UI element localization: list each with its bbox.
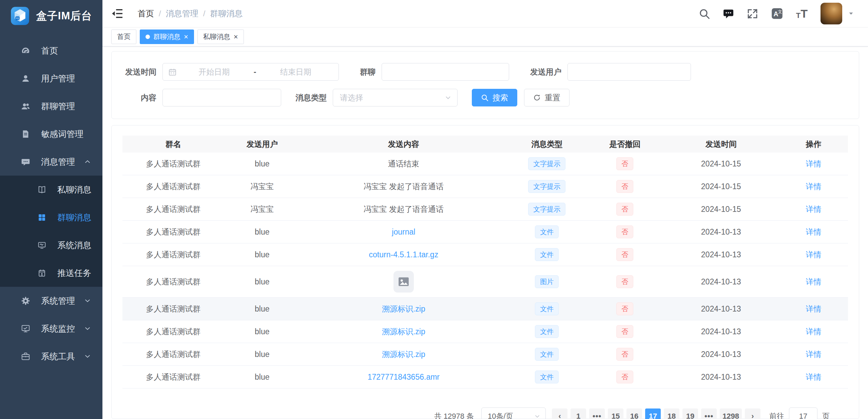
breadcrumb-item[interactable]: 首页 <box>138 8 154 19</box>
content-image-thumbnail[interactable] <box>393 271 414 293</box>
fullscreen-icon[interactable] <box>747 8 758 19</box>
start-date-input[interactable] <box>177 67 252 77</box>
page-button[interactable]: ‹ <box>552 408 567 419</box>
sidebar-menu-item[interactable]: 群聊管理 <box>0 92 102 120</box>
sidebar-menu-item[interactable]: 消息管理 <box>0 148 102 176</box>
sidebar-menu-item[interactable]: 私聊消息 <box>0 176 102 203</box>
menu-item-icon <box>21 352 30 361</box>
tag-tab[interactable]: 首页 <box>111 29 136 44</box>
cell-recalled: 否 <box>587 343 663 366</box>
page-button[interactable]: 1 <box>571 408 586 419</box>
tag-tab[interactable]: 私聊消息 × <box>197 29 244 44</box>
font-size-icon[interactable]: TT <box>796 8 808 19</box>
message-type-badge: 文件 <box>535 371 559 383</box>
search-button[interactable]: 搜索 <box>472 89 517 106</box>
detail-link[interactable]: 详情 <box>806 277 821 286</box>
active-dot <box>146 35 150 39</box>
sidebar-menu: 首页 用户管理 群聊管理 <box>0 37 102 370</box>
menu-item-label: 用户管理 <box>41 73 91 84</box>
breadcrumb-item[interactable]: 群聊消息 <box>210 8 243 19</box>
logo-icon <box>11 6 30 25</box>
detail-link[interactable]: 详情 <box>806 227 821 236</box>
content-text: 冯宝宝 发起了语音通话 <box>364 182 444 191</box>
table-row: 多人通话测试群 冯宝宝 冯宝宝 发起了语音通话 文字提示 <box>122 175 848 198</box>
tab-close-icon[interactable]: × <box>234 33 238 41</box>
sidebar-menu-item[interactable]: 系统管理 <box>0 287 102 315</box>
page-button[interactable]: › <box>745 408 760 419</box>
sidebar-menu-item[interactable]: 系统监控 <box>0 315 102 342</box>
table-row: 多人通话测试群 blue 通话结束 文字提示 <box>122 153 848 175</box>
sidebar-menu-item[interactable]: 系统工具 <box>0 342 102 370</box>
content-file-link[interactable]: 1727771843656.amr <box>368 373 440 381</box>
recalled-badge: 否 <box>616 157 633 170</box>
recalled-badge: 否 <box>616 275 633 288</box>
content-input[interactable] <box>162 89 281 106</box>
cell-group-name: 多人通话测试群 <box>122 266 224 298</box>
message-type-badge: 文字提示 <box>528 203 565 216</box>
reset-button[interactable]: 重置 <box>524 89 570 106</box>
page-button[interactable]: 15 <box>608 408 623 419</box>
cell-recalled: 否 <box>587 243 663 266</box>
page-button[interactable]: ••• <box>701 408 717 419</box>
page-button[interactable]: 18 <box>664 408 679 419</box>
avatar[interactable] <box>821 3 842 24</box>
user-menu[interactable] <box>821 3 854 24</box>
cell-group-name: 多人通话测试群 <box>122 366 224 388</box>
sidebar-menu-item[interactable]: 系统消息 <box>0 231 102 259</box>
table-header-cell: 消息类型 <box>507 136 587 153</box>
detail-link[interactable]: 详情 <box>806 205 821 214</box>
page-button[interactable]: ••• <box>589 408 605 419</box>
page-button[interactable]: 1298 <box>720 408 742 419</box>
content-file-link[interactable]: journal <box>392 227 415 236</box>
content-file-link[interactable]: 溯源标识.zip <box>382 304 425 313</box>
tag-tab[interactable]: 群聊消息 × <box>140 29 194 44</box>
breadcrumb-separator: / <box>203 9 206 18</box>
sidebar-menu-item[interactable]: 首页 <box>0 37 102 64</box>
cell-send-date: 2024-10-15 <box>663 153 779 175</box>
menu-item-icon <box>21 74 30 83</box>
translate-icon[interactable] <box>771 7 783 20</box>
recalled-badge: 否 <box>616 325 633 338</box>
sidebar-fold-icon[interactable] <box>111 7 123 20</box>
content-file-link[interactable]: coturn-4.5.1.1.tar.gz <box>369 250 439 259</box>
cell-action: 详情 <box>779 298 848 320</box>
tab-close-icon[interactable]: × <box>184 33 188 41</box>
end-date-input[interactable] <box>258 67 333 77</box>
detail-link[interactable]: 详情 <box>806 304 821 313</box>
sender-label: 发送用户 <box>530 67 561 77</box>
content-file-link[interactable]: 溯源标识.zip <box>382 327 425 336</box>
page-size-select[interactable]: 10条/页 <box>481 407 546 419</box>
cell-content: 通话结束 <box>300 153 507 175</box>
recalled-badge: 否 <box>616 248 633 261</box>
sender-input[interactable] <box>567 63 691 81</box>
page-button[interactable]: 16 <box>626 408 642 419</box>
detail-link[interactable]: 详情 <box>806 373 821 381</box>
image-icon <box>397 276 410 287</box>
page-button[interactable]: 17 <box>645 408 661 419</box>
detail-link[interactable]: 详情 <box>806 182 821 191</box>
filter-card: 发送时间 - 群聊 发送用户 <box>111 51 859 119</box>
content-text: 冯宝宝 发起了语音通话 <box>364 205 444 214</box>
message-type-select[interactable]: 请选择 <box>333 89 458 106</box>
sidebar-menu-item[interactable]: 群聊消息 <box>0 203 102 231</box>
sidebar-menu-item[interactable]: 敏感词管理 <box>0 120 102 148</box>
breadcrumb-item[interactable]: 消息管理 <box>166 8 198 19</box>
cell-message-type: 文件 <box>507 221 587 243</box>
search-icon[interactable] <box>699 8 710 19</box>
sidebar-menu-item[interactable]: 用户管理 <box>0 64 102 92</box>
detail-link[interactable]: 详情 <box>806 159 821 168</box>
content-file-link[interactable]: 溯源标识.zip <box>382 350 425 359</box>
detail-link[interactable]: 详情 <box>806 350 821 359</box>
reset-button-label: 重置 <box>545 93 560 103</box>
goto-page-input[interactable] <box>789 407 817 419</box>
message-icon[interactable] <box>723 8 734 19</box>
sidebar-menu-item[interactable]: 推送任务 <box>0 259 102 287</box>
group-input[interactable] <box>382 63 509 81</box>
page-button[interactable]: 19 <box>682 408 698 419</box>
detail-link[interactable]: 详情 <box>806 327 821 336</box>
detail-link[interactable]: 详情 <box>806 250 821 259</box>
date-range-picker[interactable]: - <box>162 63 339 81</box>
cell-group-name: 多人通话测试群 <box>122 320 224 343</box>
cell-action: 详情 <box>779 366 848 388</box>
app-logo[interactable]: 盒子IM后台 <box>0 0 102 32</box>
